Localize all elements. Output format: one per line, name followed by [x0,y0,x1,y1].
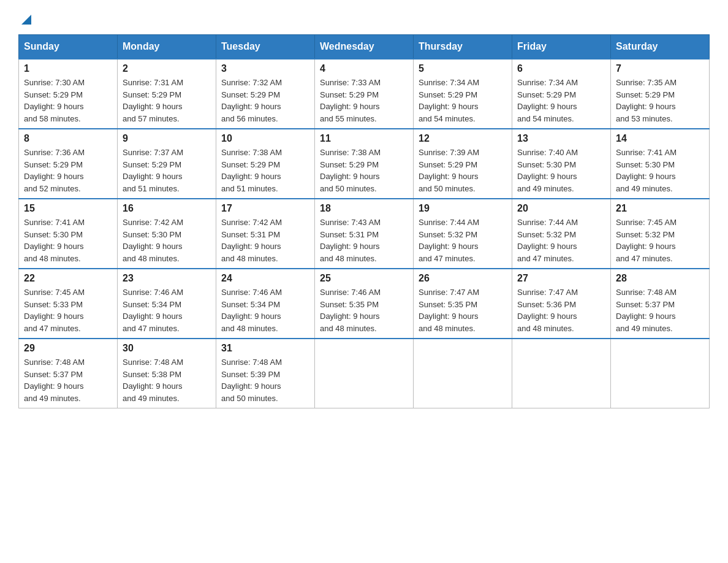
day-number: 10 [221,133,309,144]
calendar-day-cell: 15 Sunrise: 7:41 AMSunset: 5:30 PMDaylig… [19,199,118,269]
day-number: 17 [221,203,309,214]
calendar-day-cell: 28 Sunrise: 7:48 AMSunset: 5:37 PMDaylig… [611,269,710,339]
day-number: 23 [123,273,211,284]
day-info: Sunrise: 7:40 AMSunset: 5:30 PMDaylight:… [517,148,578,193]
day-number: 27 [517,273,605,284]
day-number: 21 [616,203,704,214]
calendar-week-row: 1 Sunrise: 7:30 AMSunset: 5:29 PMDayligh… [19,59,710,129]
day-number: 6 [517,63,605,74]
day-number: 4 [320,63,408,74]
day-info: Sunrise: 7:48 AMSunset: 5:39 PMDaylight:… [221,358,282,403]
day-info: Sunrise: 7:47 AMSunset: 5:36 PMDaylight:… [517,288,578,333]
calendar-day-cell: 12 Sunrise: 7:39 AMSunset: 5:29 PMDaylig… [414,129,512,199]
day-info: Sunrise: 7:46 AMSunset: 5:34 PMDaylight:… [123,288,183,333]
logo [18,12,32,28]
day-info: Sunrise: 7:36 AMSunset: 5:29 PMDaylight:… [24,148,85,193]
day-info: Sunrise: 7:38 AMSunset: 5:29 PMDaylight:… [320,148,381,193]
day-number: 22 [24,273,112,284]
calendar-day-cell [611,339,710,408]
calendar-day-cell: 5 Sunrise: 7:34 AMSunset: 5:29 PMDayligh… [414,59,512,129]
day-number: 7 [616,63,704,74]
calendar-header: SundayMondayTuesdayWednesdayThursdayFrid… [19,35,710,59]
calendar-day-cell: 14 Sunrise: 7:41 AMSunset: 5:30 PMDaylig… [611,129,710,199]
day-info: Sunrise: 7:48 AMSunset: 5:37 PMDaylight:… [616,288,677,333]
calendar-day-cell: 8 Sunrise: 7:36 AMSunset: 5:29 PMDayligh… [19,129,118,199]
day-info: Sunrise: 7:45 AMSunset: 5:33 PMDaylight:… [24,288,85,333]
calendar-day-cell: 20 Sunrise: 7:44 AMSunset: 5:32 PMDaylig… [512,199,611,269]
calendar-day-cell: 18 Sunrise: 7:43 AMSunset: 5:31 PMDaylig… [315,199,414,269]
calendar-day-cell [414,339,512,408]
day-info: Sunrise: 7:39 AMSunset: 5:29 PMDaylight:… [419,148,479,193]
day-number: 15 [24,203,112,214]
page-header [18,12,710,28]
calendar-day-cell: 21 Sunrise: 7:45 AMSunset: 5:32 PMDaylig… [611,199,710,269]
calendar-day-cell: 26 Sunrise: 7:47 AMSunset: 5:35 PMDaylig… [414,269,512,339]
day-info: Sunrise: 7:48 AMSunset: 5:38 PMDaylight:… [123,358,183,403]
day-info: Sunrise: 7:44 AMSunset: 5:32 PMDaylight:… [517,218,578,263]
day-number: 5 [419,63,507,74]
day-number: 2 [123,63,211,74]
day-number: 25 [320,273,408,284]
calendar-day-cell: 3 Sunrise: 7:32 AMSunset: 5:29 PMDayligh… [216,59,315,129]
day-number: 11 [320,133,408,144]
calendar-day-cell: 16 Sunrise: 7:42 AMSunset: 5:30 PMDaylig… [118,199,216,269]
day-info: Sunrise: 7:46 AMSunset: 5:35 PMDaylight:… [320,288,381,333]
day-info: Sunrise: 7:31 AMSunset: 5:29 PMDaylight:… [123,78,183,123]
day-info: Sunrise: 7:34 AMSunset: 5:29 PMDaylight:… [517,78,578,123]
day-info: Sunrise: 7:42 AMSunset: 5:30 PMDaylight:… [123,218,183,263]
calendar-day-cell: 19 Sunrise: 7:44 AMSunset: 5:32 PMDaylig… [414,199,512,269]
calendar-day-cell: 7 Sunrise: 7:35 AMSunset: 5:29 PMDayligh… [611,59,710,129]
day-of-week-header: Thursday [414,35,512,59]
day-number: 18 [320,203,408,214]
day-info: Sunrise: 7:32 AMSunset: 5:29 PMDaylight:… [221,78,282,123]
calendar-day-cell: 23 Sunrise: 7:46 AMSunset: 5:34 PMDaylig… [118,269,216,339]
day-info: Sunrise: 7:41 AMSunset: 5:30 PMDaylight:… [616,148,677,193]
day-number: 28 [616,273,704,284]
calendar-day-cell: 17 Sunrise: 7:42 AMSunset: 5:31 PMDaylig… [216,199,315,269]
day-info: Sunrise: 7:37 AMSunset: 5:29 PMDaylight:… [123,148,183,193]
calendar-day-cell: 10 Sunrise: 7:38 AMSunset: 5:29 PMDaylig… [216,129,315,199]
day-info: Sunrise: 7:30 AMSunset: 5:29 PMDaylight:… [24,78,85,123]
day-info: Sunrise: 7:46 AMSunset: 5:34 PMDaylight:… [221,288,282,333]
calendar-week-row: 22 Sunrise: 7:45 AMSunset: 5:33 PMDaylig… [19,269,710,339]
day-of-week-header: Friday [512,35,611,59]
day-number: 3 [221,63,309,74]
day-number: 30 [123,343,211,354]
svg-marker-0 [21,15,31,25]
calendar-day-cell: 29 Sunrise: 7:48 AMSunset: 5:37 PMDaylig… [19,339,118,408]
day-info: Sunrise: 7:47 AMSunset: 5:35 PMDaylight:… [419,288,479,333]
calendar-day-cell: 11 Sunrise: 7:38 AMSunset: 5:29 PMDaylig… [315,129,414,199]
day-info: Sunrise: 7:34 AMSunset: 5:29 PMDaylight:… [419,78,479,123]
calendar-day-cell: 1 Sunrise: 7:30 AMSunset: 5:29 PMDayligh… [19,59,118,129]
day-number: 24 [221,273,309,284]
day-info: Sunrise: 7:48 AMSunset: 5:37 PMDaylight:… [24,358,85,403]
calendar-body: 1 Sunrise: 7:30 AMSunset: 5:29 PMDayligh… [19,59,710,408]
header-row: SundayMondayTuesdayWednesdayThursdayFrid… [19,35,710,59]
calendar-day-cell [315,339,414,408]
day-number: 31 [221,343,309,354]
day-info: Sunrise: 7:35 AMSunset: 5:29 PMDaylight:… [616,78,677,123]
calendar-day-cell: 4 Sunrise: 7:33 AMSunset: 5:29 PMDayligh… [315,59,414,129]
day-number: 1 [24,63,112,74]
logo-triangle-icon [20,12,32,28]
day-info: Sunrise: 7:38 AMSunset: 5:29 PMDaylight:… [221,148,282,193]
calendar-day-cell: 6 Sunrise: 7:34 AMSunset: 5:29 PMDayligh… [512,59,611,129]
day-info: Sunrise: 7:43 AMSunset: 5:31 PMDaylight:… [320,218,381,263]
day-number: 29 [24,343,112,354]
day-number: 26 [419,273,507,284]
calendar-week-row: 15 Sunrise: 7:41 AMSunset: 5:30 PMDaylig… [19,199,710,269]
day-number: 8 [24,133,112,144]
calendar-day-cell: 13 Sunrise: 7:40 AMSunset: 5:30 PMDaylig… [512,129,611,199]
day-number: 20 [517,203,605,214]
day-number: 16 [123,203,211,214]
day-number: 14 [616,133,704,144]
day-info: Sunrise: 7:33 AMSunset: 5:29 PMDaylight:… [320,78,381,123]
day-of-week-header: Monday [118,35,216,59]
calendar-day-cell: 31 Sunrise: 7:48 AMSunset: 5:39 PMDaylig… [216,339,315,408]
calendar-day-cell: 2 Sunrise: 7:31 AMSunset: 5:29 PMDayligh… [118,59,216,129]
calendar-day-cell: 24 Sunrise: 7:46 AMSunset: 5:34 PMDaylig… [216,269,315,339]
calendar-day-cell: 9 Sunrise: 7:37 AMSunset: 5:29 PMDayligh… [118,129,216,199]
day-of-week-header: Saturday [611,35,710,59]
day-of-week-header: Wednesday [315,35,414,59]
day-number: 12 [419,133,507,144]
